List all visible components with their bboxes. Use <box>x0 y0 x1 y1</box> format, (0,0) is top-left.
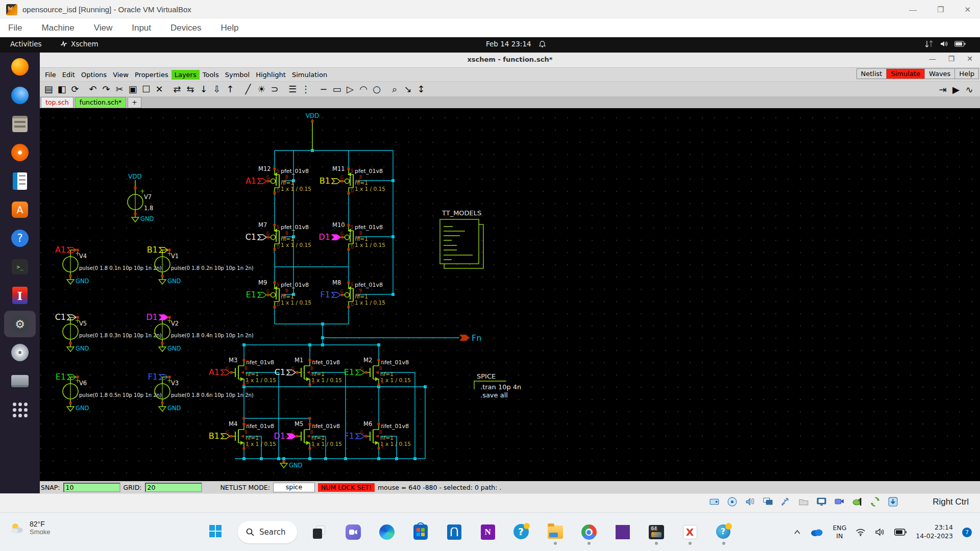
onedrive-icon[interactable] <box>810 528 823 537</box>
tab-function-sch-[interactable]: function.sch* <box>75 97 127 108</box>
open-file-icon[interactable]: ▤ <box>42 83 55 95</box>
transistor-M11[interactable]: B1M11pfet_01v8nf=11 x 1 / 0.15SDGB <box>320 165 385 195</box>
vbox-menu-input[interactable]: Input <box>132 23 151 33</box>
dock-item-files[interactable] <box>0 110 40 138</box>
dock-item-rhythmbox[interactable] <box>0 138 40 167</box>
taskbar-app-task-view[interactable] <box>308 519 331 545</box>
xschem-menu-highlight[interactable]: Highlight <box>253 70 289 80</box>
output-pin-fn[interactable]: Fn <box>459 333 481 343</box>
search-icon[interactable]: ⌕ <box>388 83 401 95</box>
schematic-canvas[interactable]: VDDA1M12pfet_01v8nf=11 x 1 / 0.15SDGBB1M… <box>40 108 980 481</box>
xschem-menu-help[interactable]: Help <box>954 68 979 79</box>
vbox-menu-machine[interactable]: Machine <box>41 23 74 33</box>
dock-item-help[interactable]: ? <box>0 224 40 253</box>
dock-item-disk-drive[interactable] <box>0 367 40 395</box>
language-indicator[interactable]: ENGIN <box>832 524 846 540</box>
gnome-clock[interactable]: Feb 14 23:14 <box>486 40 546 48</box>
vbox-menu-view[interactable]: View <box>94 23 113 33</box>
dock-item-ubuntu-software[interactable]: A <box>0 195 40 224</box>
netlist-mode-value[interactable]: spice <box>273 483 315 492</box>
optical-drives-icon[interactable] <box>727 496 738 509</box>
usb-icon[interactable] <box>780 496 791 509</box>
xschem-menu-options[interactable]: Options <box>78 70 110 80</box>
paste-icon[interactable]: ☐ <box>140 83 152 95</box>
xschem-menu-file[interactable]: File <box>42 70 59 80</box>
vdd-label[interactable]: VDD <box>306 112 320 151</box>
dock-item-firefox[interactable] <box>0 53 40 81</box>
source-V4[interactable]: A1+V4pulse(0 1.8 0.1n 10p 10p 1n 2n)GND <box>55 245 162 285</box>
taskbar-app-vm-64[interactable]: 64 <box>645 519 668 545</box>
speaker-icon[interactable] <box>875 528 885 536</box>
vbox-menu-help[interactable]: Help <box>221 23 239 33</box>
schematic-drawing[interactable]: VDDA1M12pfet_01v8nf=11 x 1 / 0.15SDGBB1M… <box>40 108 980 481</box>
vbox-menu-file[interactable]: File <box>8 23 22 33</box>
spice-block[interactable]: SPICE.tran 10p 4n.save all <box>474 372 521 399</box>
xschem-menu-edit[interactable]: Edit <box>59 70 78 80</box>
hard-disks-icon[interactable] <box>709 496 720 509</box>
grid-input[interactable]: 20 <box>145 483 202 492</box>
xschem-menu-waves[interactable]: Waves <box>924 68 955 79</box>
draw-line-icon[interactable]: − <box>317 83 330 95</box>
gnd-label[interactable]: GND <box>280 461 303 469</box>
display-icon[interactable] <box>816 496 827 509</box>
taskbar-app-store[interactable] <box>409 519 432 545</box>
waves-icon[interactable]: ∿ <box>963 83 975 95</box>
taskbar-app-mail[interactable] <box>443 519 465 545</box>
netlist-lines-icon[interactable]: ☰ <box>286 83 299 95</box>
xschem-menu-simulation[interactable]: Simulation <box>289 70 330 80</box>
vbox-minimize-button[interactable]: — <box>909 5 917 14</box>
taskbar-app-onenote[interactable]: N <box>477 519 499 545</box>
save-icon[interactable]: ◧ <box>56 83 68 95</box>
tt-models-block[interactable]: TT_MODELS <box>440 209 483 268</box>
taskbar-weather-widget[interactable]: 82°F Smoke <box>9 520 50 536</box>
taskbar-app-get-help[interactable]: ? <box>510 519 533 545</box>
toggle-grid-icon[interactable]: ☀ <box>255 83 267 95</box>
taskbar-app-file-explorer[interactable] <box>544 519 567 545</box>
taskbar-app-chat[interactable] <box>342 519 364 545</box>
source-V3[interactable]: F1+V3pulse(0 1.8 0.6n 10p 10p 1n 2n)GND <box>148 372 254 412</box>
taskbar-app-chrome[interactable] <box>578 519 600 545</box>
undo-icon[interactable]: ↶ <box>87 83 99 95</box>
displays-icon[interactable] <box>763 496 773 509</box>
break-wire-icon[interactable]: ⋮ <box>300 83 312 95</box>
simulate-icon[interactable]: ▶ <box>950 83 962 95</box>
xschem-minimize-button[interactable]: — <box>929 55 936 63</box>
tab-top-sch[interactable]: top.sch <box>41 97 74 108</box>
snap-input[interactable]: 10 <box>63 483 120 492</box>
features-icon[interactable] <box>852 496 863 509</box>
transistor-M5[interactable]: D1M5nfet_01v8nf=11 x 1 / 0.15DSGB <box>274 420 342 450</box>
transistor-M10[interactable]: D1M10pfet_01v8nf=11 x 1 / 0.15SDGB <box>319 221 385 251</box>
xschem-menu-layers[interactable]: Layers <box>172 70 200 80</box>
dock-item-app-grid[interactable] <box>0 395 40 424</box>
zoom-full-icon[interactable]: ↕ <box>415 83 427 95</box>
source-V6[interactable]: E1+V6pulse(0 1.8 0.5n 10p 10p 1n 2n)GND <box>56 372 162 412</box>
clock-widget[interactable]: 23:1414-02-2023 <box>916 523 953 541</box>
delete-icon[interactable]: ✕ <box>153 83 165 95</box>
battery-tray-icon[interactable] <box>894 529 906 536</box>
transistor-M3[interactable]: A1M3nfet_01v8nf=11 x 1 / 0.15DSGB <box>209 357 276 386</box>
tray-chevron-icon[interactable] <box>794 530 801 535</box>
move-up-icon[interactable]: ↑ <box>224 83 236 95</box>
swap-icon[interactable]: ⇆ <box>184 83 197 95</box>
dock-item-libreoffice-writer[interactable] <box>0 167 40 195</box>
dock-item-thunderbird[interactable] <box>0 81 40 110</box>
taskbar-app-visual-studio[interactable] <box>611 519 634 545</box>
shared-clipboard-icon[interactable] <box>870 496 880 509</box>
push-icon[interactable]: ⇩ <box>211 83 223 95</box>
source-V2[interactable]: D1+V2pulse(0 1.8 0.4n 10p 10p 1n 2n)GND <box>146 312 254 352</box>
shared-folders-icon[interactable] <box>798 496 809 509</box>
transistor-M7[interactable]: C1M7pfet_01v8nf=11 x 1 / 0.15SDGB <box>246 221 311 251</box>
taskbar-app-x-app[interactable]: X <box>679 519 701 545</box>
taskbar-app-paint[interactable]: ? <box>713 519 735 545</box>
dock-item-cd-disc[interactable] <box>0 338 40 367</box>
taskbar-search[interactable]: Search <box>238 521 297 543</box>
reload-icon[interactable]: ⟳ <box>69 83 81 95</box>
vbox-menu-devices[interactable]: Devices <box>170 23 201 33</box>
wifi-icon[interactable] <box>855 528 866 536</box>
notification-count-badge[interactable]: 7 <box>962 528 972 537</box>
netlist-icon[interactable]: ⇥ <box>937 83 949 95</box>
zoom-box-icon[interactable]: ↘ <box>402 83 414 95</box>
move-down-icon[interactable]: ↓ <box>198 83 210 95</box>
dock-item-terminal[interactable]: >_ <box>0 253 40 281</box>
xschem-menu-symbol[interactable]: Symbol <box>222 70 253 80</box>
